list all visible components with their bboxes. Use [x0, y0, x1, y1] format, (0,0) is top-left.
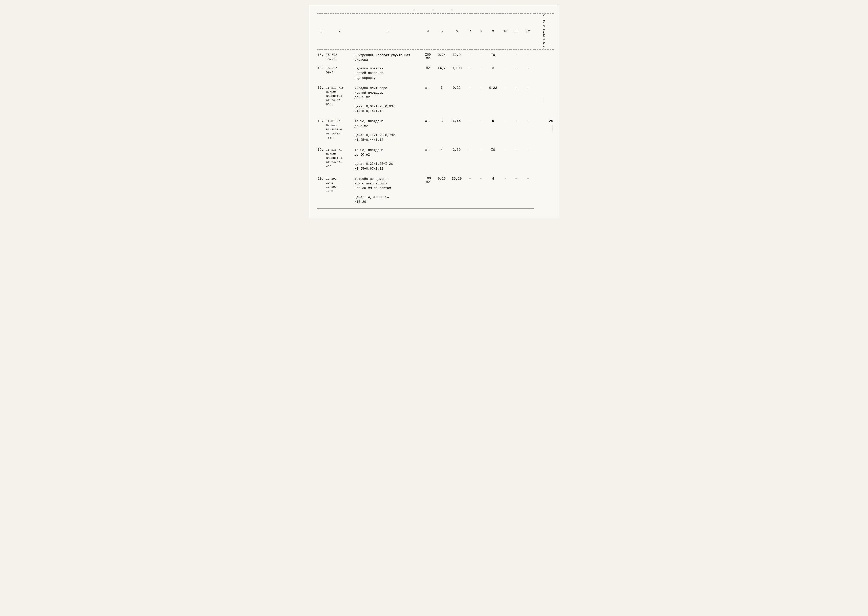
row-col6: – [465, 176, 475, 206]
row-col8: 3 [486, 65, 500, 81]
row-col11: – [521, 147, 534, 172]
row-number: I6. [317, 65, 325, 81]
header-col9: 9 [486, 13, 500, 50]
row-col7: – [475, 176, 486, 206]
row-number: 20. [317, 176, 325, 206]
header-col8: 8 [475, 13, 486, 50]
row-number: I8. [317, 118, 325, 143]
row-col7: – [475, 85, 486, 115]
row-desc: Внутренняя клеевая улучшенная окраска [354, 52, 421, 63]
table-row: I8. II-3I5-7I Письмо ВА-386I-4 от I4/07-… [317, 118, 554, 143]
row-col8: IO [486, 147, 500, 172]
header-col6: 6 [449, 13, 465, 50]
row-col7: – [475, 118, 486, 143]
header-col2: 2 [325, 13, 354, 50]
row-col6: – [465, 52, 475, 63]
row-col4: 4 [435, 147, 449, 172]
row-col4: I [435, 85, 449, 115]
row-col6: – [465, 65, 475, 81]
row-col4: 3 [435, 118, 449, 143]
header-side: Аг.пр. № п.252-4-30 с. [534, 13, 554, 50]
row-side: | [534, 85, 554, 115]
table-row: I7. II-3I3-7Iг Письмо ВА-386I-4 от I4.07… [317, 85, 554, 115]
row-col5: I,54 [449, 118, 465, 143]
watermark: × × × [413, 8, 455, 13]
row-code: II-3I5-7I Письмо ВА-386I-4 от I4/07- –83… [325, 118, 354, 143]
spacer [317, 63, 554, 65]
row-col6: – [465, 85, 475, 115]
row-col6: – [465, 118, 475, 143]
spacer [317, 172, 554, 176]
row-col11: – [521, 85, 534, 115]
table-row: 20. I2-299 IO-I I2-300 IO-2 Устройство ц… [317, 176, 554, 206]
row-col7: – [475, 65, 486, 81]
row-col5: 0,22 [449, 85, 465, 115]
table-row: I9. II-3I6-7I письмо ВА-386I-4 от I4/07-… [317, 147, 554, 172]
row-col11: – [521, 65, 534, 81]
row-col9: – [500, 65, 511, 81]
row-unit: IOO M2 [421, 176, 435, 206]
row-col11: – [521, 52, 534, 63]
row-col8: 4 [486, 176, 500, 206]
header-col10: IO [500, 13, 511, 50]
table-row: I6. I5-297 59-4 Отделка поверх- ностей п… [317, 65, 554, 81]
row-col4: 0,74 [435, 52, 449, 63]
row-col10: – [511, 118, 521, 143]
row-unit: шт. [421, 85, 435, 115]
row-col10: – [511, 65, 521, 81]
row-col8: 5 [486, 118, 500, 143]
main-table: I 2 3 4 5 6 7 8 9 IO II I2 Аг.пр. № п.25… [317, 13, 554, 211]
row-col6: – [465, 147, 475, 172]
header-col11: II [511, 13, 521, 50]
row-side [534, 52, 554, 63]
row-unit: IOO M2 [421, 52, 435, 63]
row-col9: – [500, 147, 511, 172]
row-col5: 0,I93 [449, 65, 465, 81]
row-col10: – [511, 85, 521, 115]
row-number: I7. [317, 85, 325, 115]
row-side: 25 - | [534, 118, 554, 143]
page-number: 25 [549, 119, 553, 123]
header-col5: 5 [435, 13, 449, 50]
header-col4: 4 [421, 13, 435, 50]
row-desc: То же, площадью до 5 м2 Цена: 0,IIхI,25+… [354, 118, 421, 143]
row-col7: – [475, 52, 486, 63]
bottom-border-row [317, 208, 554, 211]
row-unit: шт. [421, 118, 435, 143]
row-col10: – [511, 176, 521, 206]
row-desc: Укладка плит пере- крытий площадью до0,5… [354, 85, 421, 115]
row-code: II-3I6-7I письмо ВА-386I-4 от I4/07- –83 [325, 147, 354, 172]
page-dash: - [551, 123, 553, 127]
spacer [317, 143, 554, 147]
row-side [534, 176, 554, 206]
column-headers: I 2 3 4 5 6 7 8 9 IO II I2 Аг.пр. № п.25… [317, 13, 554, 50]
row-col4: 0,26 [435, 176, 449, 206]
row-code: I5-297 59-4 [325, 65, 354, 81]
row-unit: M2 [421, 65, 435, 81]
row-col5: I2,9 [449, 52, 465, 63]
header-col12: I2 [521, 13, 534, 50]
header-col3: 3 [354, 13, 421, 50]
row-col10: – [511, 147, 521, 172]
spacer [317, 50, 554, 52]
row-code: I5-502 I52-2 [325, 52, 354, 63]
header-col7: 7 [465, 13, 475, 50]
spacer [317, 115, 554, 118]
row-number: I5. [317, 52, 325, 63]
row-code: I2-299 IO-I I2-300 IO-2 [325, 176, 354, 206]
spacer [317, 205, 554, 208]
table-row: I5. I5-502 I52-2 Внутренняя клеевая улуч… [317, 52, 554, 63]
row-col11: – [521, 118, 534, 143]
row-col7: – [475, 147, 486, 172]
row-desc: То же, площадью до IO м2 Цена: 0,2IхI,25… [354, 147, 421, 172]
row-side [534, 65, 554, 81]
row-unit: шт. [421, 147, 435, 172]
row-col10: – [511, 52, 521, 63]
row-side [534, 147, 554, 172]
row-col8: 0,22 [486, 85, 500, 115]
spacer [317, 82, 554, 85]
row-col5: 2,39 [449, 147, 465, 172]
row-number: I9. [317, 147, 325, 172]
row-col4: I4,7 [435, 65, 449, 81]
row-col9: – [500, 176, 511, 206]
